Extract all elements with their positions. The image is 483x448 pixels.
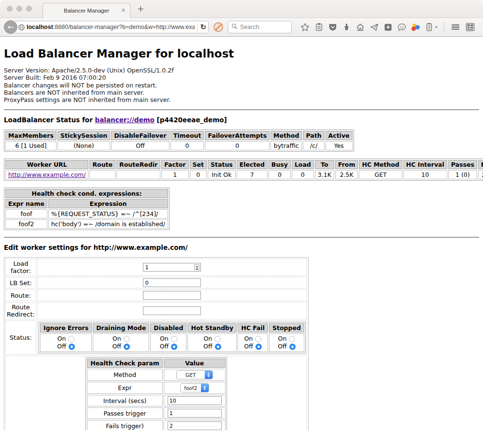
stopped-on-radio[interactable] (289, 336, 295, 342)
tab-balancer-manager[interactable]: Balancer Manager ✕ (43, 3, 130, 18)
form-row-load-factor: Load factor: ▲▼ (5, 259, 307, 276)
interval-input[interactable] (168, 396, 222, 405)
status-radio-row: On Off On Off On Off (40, 333, 304, 352)
window-zoom-button[interactable] (26, 6, 32, 12)
col-path: Path (303, 131, 324, 140)
passes-cell (164, 407, 226, 419)
form-row-route-redirect: Route Redirect: (5, 302, 307, 319)
hot-standby-on-radio[interactable] (214, 336, 221, 342)
load-factor-input[interactable] (143, 263, 201, 272)
lb-set-cell (37, 277, 307, 289)
downloads-icon[interactable] (342, 23, 351, 31)
tiles-grid-icon[interactable] (466, 23, 475, 31)
form-row-health-params: Health Check param Value Method GET▲▼ Ex… (5, 356, 307, 430)
colored-dots-extension-icon[interactable] (412, 23, 420, 31)
divider (4, 109, 479, 110)
url-path: :8880/balancer-manager?b=demo&w=http://w… (53, 24, 195, 30)
passes-input[interactable] (168, 409, 222, 418)
hot-standby-off-radio[interactable] (215, 344, 221, 350)
content-blocked-icon[interactable] (213, 22, 223, 32)
cell-elected: 7 (237, 170, 268, 179)
number-stepper[interactable]: ▲▼ (194, 264, 199, 270)
reading-list-icon[interactable] (315, 23, 323, 31)
draining-mode-off-radio[interactable] (124, 344, 130, 350)
tab-close-icon[interactable]: ✕ (121, 7, 126, 14)
col-busy: Busy (269, 160, 291, 169)
ignore-errors-off-radio[interactable] (69, 344, 75, 350)
lb-set-input[interactable] (143, 278, 201, 287)
new-tab-button[interactable]: + (137, 5, 144, 13)
chat-smiley-icon[interactable] (398, 23, 406, 31)
pocket-icon[interactable] (328, 23, 337, 31)
disabled-off-radio[interactable] (171, 344, 177, 350)
col-active: Active (326, 131, 353, 140)
col-load: Load (292, 160, 314, 169)
col-status: Status (208, 160, 236, 169)
balancer-demo-link[interactable]: balancer://demo (95, 116, 155, 124)
disabled-radios: On Off (150, 333, 186, 352)
col-stopped: Stopped (269, 323, 304, 332)
url-domain: localhost (27, 24, 53, 30)
off-label: Off (57, 343, 66, 350)
off-label: Off (203, 343, 212, 350)
worker-row: http://www.example.com/ 1 0 Init Ok 7 0 … (5, 170, 483, 179)
col-hot-standby: Hot Standby (187, 323, 237, 332)
overflow-caret-icon[interactable]: ▾ (435, 25, 438, 29)
url-text[interactable]: localhost:8880/balancer-manager?b=demo&w… (27, 24, 195, 30)
title-bar: Balancer Manager ✕ + (0, 0, 483, 18)
health-params-cell: Health Check param Value Method GET▲▼ Ex… (5, 356, 307, 430)
col-failoverattempts: FailoverAttempts (205, 131, 270, 140)
col-hc-method: HC Method (359, 160, 402, 169)
expr-label: Expr (87, 382, 163, 394)
fails-input[interactable] (168, 421, 222, 430)
extension-download-icon[interactable] (384, 23, 392, 31)
col-passes: Passes (448, 160, 477, 169)
draining-mode-on-radio[interactable] (124, 336, 130, 342)
browser-window: Balancer Manager ✕ + ← localhost:8880/ba… (0, 0, 483, 448)
route-label: Route: (5, 289, 36, 301)
off-label: Off (244, 343, 253, 350)
window-close-button[interactable] (7, 6, 13, 12)
col-hc-param: Health Check param (87, 359, 163, 368)
col-maxmembers: MaxMembers (5, 131, 57, 140)
interval-label: Interval (secs) (87, 395, 163, 406)
lb-set-label: LB Set: (5, 277, 36, 289)
ignore-errors-on-radio[interactable] (68, 336, 74, 342)
loadbalancer-status-heading: LoadBalancer Status for balancer://demo … (4, 116, 479, 124)
form-row-lb-set: LB Set: (5, 277, 307, 289)
window-controls[interactable] (7, 6, 32, 12)
persist-note-line: Balancer changes will NOT be persisted o… (4, 82, 479, 89)
share-plane-icon[interactable] (370, 23, 379, 31)
window-minimize-button[interactable] (16, 6, 22, 12)
route-redirect-input[interactable] (143, 306, 201, 315)
cell-expr-name: foof (5, 209, 47, 218)
reload-icon[interactable]: ↻ (200, 23, 206, 31)
method-select[interactable]: GET▲▼ (176, 370, 213, 379)
hc-fail-on-radio[interactable] (255, 336, 261, 342)
url-bar[interactable]: localhost:8880/balancer-manager?b=demo&w… (14, 21, 209, 33)
expr-select[interactable]: foof2▲▼ (180, 383, 209, 392)
back-button[interactable]: ← (4, 20, 17, 34)
route-input[interactable] (143, 291, 201, 300)
col-factor: Factor (161, 160, 188, 169)
hc-fail-radios: On Off (238, 333, 268, 352)
stopped-off-radio[interactable] (289, 344, 296, 350)
route-redirect-label: Route Redirect: (5, 302, 36, 319)
form-row-route: Route: (5, 289, 307, 301)
stopped-radios: On Off (269, 333, 304, 352)
on-label: On (160, 335, 169, 343)
tab-title: Balancer Manager (64, 8, 109, 14)
menu-hamburger-icon[interactable] (451, 23, 460, 31)
table-header-row: Expr name Expression (5, 199, 168, 208)
heading-suffix: [p4420eeae_demo] (155, 116, 227, 124)
worker-url-link[interactable]: http://www.example.com/ (8, 171, 85, 178)
hc-fail-off-radio[interactable] (256, 344, 262, 350)
home-icon[interactable] (356, 23, 365, 31)
container-battery-icon[interactable] (426, 23, 433, 31)
disabled-on-radio[interactable] (171, 336, 177, 342)
search-bar[interactable]: Search (228, 21, 292, 33)
col-stickysession: StickySession (57, 131, 110, 140)
cell-maxmembers: 6 [1 Used] (5, 141, 57, 150)
bookmark-star-icon[interactable] (300, 23, 310, 32)
col-fails: Fails (478, 160, 483, 169)
